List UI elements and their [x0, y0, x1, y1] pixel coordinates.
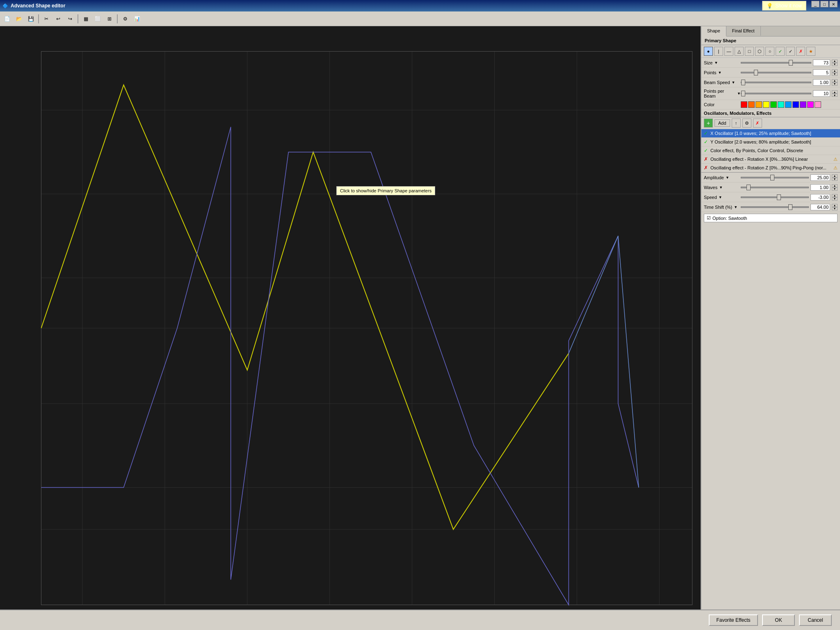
shape-star[interactable]: ★: [806, 47, 815, 56]
ok-button[interactable]: OK: [762, 614, 795, 626]
effects-delete-icon[interactable]: ✗: [753, 119, 762, 128]
size-up[interactable]: ▲: [832, 59, 838, 63]
waves-down[interactable]: ▼: [832, 187, 838, 191]
swatch-magenta[interactable]: [807, 101, 814, 108]
speed-dropdown-arrow[interactable]: ▼: [719, 195, 722, 199]
toolbar-undo[interactable]: ↩: [53, 14, 64, 24]
amplitude-down[interactable]: ▼: [832, 178, 838, 181]
swatch-teal[interactable]: [778, 101, 784, 108]
effects-add-button[interactable]: Add: [714, 119, 730, 127]
effect-item-0[interactable]: ✓ X Oscillator [1.0 waves; 25% amplitude…: [701, 129, 840, 138]
favorite-effects-button[interactable]: Favorite Effects: [709, 614, 758, 626]
toolbar-open[interactable]: 📂: [14, 14, 24, 24]
points-up[interactable]: ▲: [832, 69, 838, 73]
shape-line[interactable]: |: [714, 47, 723, 56]
size-dropdown-arrow[interactable]: ▼: [714, 61, 718, 65]
cancel-button[interactable]: Cancel: [799, 614, 832, 626]
toolbar-save[interactable]: 💾: [25, 14, 36, 24]
effects-add-icon[interactable]: +: [704, 119, 713, 128]
amplitude-up[interactable]: ▲: [832, 174, 838, 178]
amplitude-slider-thumb[interactable]: [770, 175, 774, 180]
amplitude-slider-track[interactable]: [741, 177, 809, 178]
beam-speed-dropdown-arrow[interactable]: ▼: [732, 80, 735, 84]
time-shift-value[interactable]: 64.00: [810, 204, 830, 210]
time-shift-down[interactable]: ▼: [832, 207, 838, 210]
swatch-pink[interactable]: [815, 101, 821, 108]
size-slider-track[interactable]: [741, 62, 811, 64]
size-slider-thumb[interactable]: [789, 60, 793, 66]
show-now-bar[interactable]: 💡 Show it now: [762, 1, 806, 11]
waves-slider-thumb[interactable]: [746, 185, 751, 190]
beam-speed-up[interactable]: ▲: [832, 79, 838, 82]
toolbar-fit[interactable]: ⊞: [104, 14, 115, 24]
waves-dropdown-arrow[interactable]: ▼: [719, 185, 723, 189]
option-checkbox[interactable]: ☑: [707, 215, 711, 221]
swatch-green[interactable]: [770, 101, 777, 108]
speed-slider-thumb[interactable]: [777, 194, 781, 200]
points-per-beam-dropdown-arrow[interactable]: ▼: [737, 91, 741, 96]
effects-up-icon[interactable]: ↑: [732, 119, 741, 128]
amplitude-dropdown-arrow[interactable]: ▼: [726, 176, 729, 180]
shape-square[interactable]: □: [745, 47, 754, 56]
time-shift-up[interactable]: ▲: [832, 204, 838, 207]
restore-button[interactable]: □: [820, 1, 829, 7]
time-shift-dropdown-arrow[interactable]: ▼: [734, 205, 737, 209]
waves-value[interactable]: 1.00: [810, 184, 830, 191]
size-down[interactable]: ▼: [832, 63, 838, 66]
swatch-purple[interactable]: [800, 101, 806, 108]
beam-speed-down[interactable]: ▼: [832, 82, 838, 86]
swatch-amber[interactable]: [756, 101, 762, 108]
time-shift-slider-thumb[interactable]: [788, 204, 792, 210]
toolbar-grid[interactable]: ▦: [80, 14, 91, 24]
effect-item-2[interactable]: ✓ Color effect, By Points, Color Control…: [701, 146, 840, 155]
toolbar-export[interactable]: 📊: [132, 14, 142, 24]
tab-shape[interactable]: Shape: [701, 26, 726, 37]
beam-speed-value[interactable]: 1.00: [813, 79, 830, 86]
points-per-beam-slider-thumb[interactable]: [741, 91, 745, 96]
points-per-beam-down[interactable]: ▼: [832, 94, 838, 97]
swatch-yellow[interactable]: [763, 101, 769, 108]
beam-speed-slider-thumb[interactable]: [741, 80, 745, 85]
toolbar-settings[interactable]: ⚙: [120, 14, 130, 24]
points-slider-track[interactable]: [741, 72, 811, 73]
speed-down[interactable]: ▼: [832, 197, 838, 201]
shape-triangle[interactable]: △: [735, 47, 744, 56]
swatch-blue[interactable]: [792, 101, 799, 108]
swatch-lightblue[interactable]: [785, 101, 792, 108]
shape-oval[interactable]: ○: [765, 47, 774, 56]
shape-check-green[interactable]: ✓: [776, 47, 785, 56]
effect-item-4[interactable]: ✗ Oscillating effect - Rotation Z [0%...…: [701, 164, 840, 172]
points-per-beam-value[interactable]: 10: [813, 90, 830, 97]
amplitude-value[interactable]: 25.00: [810, 174, 830, 181]
option-box[interactable]: ☑ Option: Sawtooth: [704, 214, 838, 222]
tab-final-effect[interactable]: Final Effect: [726, 26, 761, 36]
points-per-beam-slider-track[interactable]: [741, 93, 811, 94]
beam-speed-slider-track[interactable]: [741, 82, 811, 83]
minimize-button[interactable]: _: [811, 1, 819, 7]
shape-cross-red[interactable]: ✗: [796, 47, 805, 56]
toolbar-rect[interactable]: ⬜: [92, 14, 103, 24]
points-down[interactable]: ▼: [832, 73, 838, 76]
effect-item-1[interactable]: ✓ Y Oscillator [2.0 waves; 80% amplitude…: [701, 138, 840, 146]
points-per-beam-up[interactable]: ▲: [832, 90, 838, 94]
speed-value[interactable]: -3.00: [810, 194, 830, 201]
swatch-red[interactable]: [741, 101, 747, 108]
points-dropdown-arrow[interactable]: ▼: [718, 71, 722, 75]
speed-slider-track[interactable]: [741, 196, 809, 198]
shape-hexagon[interactable]: ⬡: [755, 47, 764, 56]
toolbar-cut[interactable]: ✂: [41, 14, 52, 24]
effects-settings-icon[interactable]: ⚙: [742, 119, 751, 128]
points-value[interactable]: 5: [813, 69, 830, 76]
points-slider-thumb[interactable]: [754, 70, 758, 75]
canvas-area[interactable]: Click to show/hide Primary Shape paramet…: [0, 26, 701, 630]
speed-up[interactable]: ▲: [832, 194, 838, 197]
effect-item-3[interactable]: ✗ Oscillating effect - Rotation X [0%...…: [701, 155, 840, 164]
waves-slider-track[interactable]: [741, 187, 809, 188]
waves-up[interactable]: ▲: [832, 184, 838, 187]
toolbar-redo[interactable]: ↪: [65, 14, 75, 24]
close-button[interactable]: ✕: [829, 1, 838, 7]
shape-hline[interactable]: —: [724, 47, 733, 56]
shape-check-white[interactable]: ✓: [786, 47, 795, 56]
shape-circle[interactable]: ●: [704, 47, 713, 56]
swatch-orange[interactable]: [748, 101, 755, 108]
